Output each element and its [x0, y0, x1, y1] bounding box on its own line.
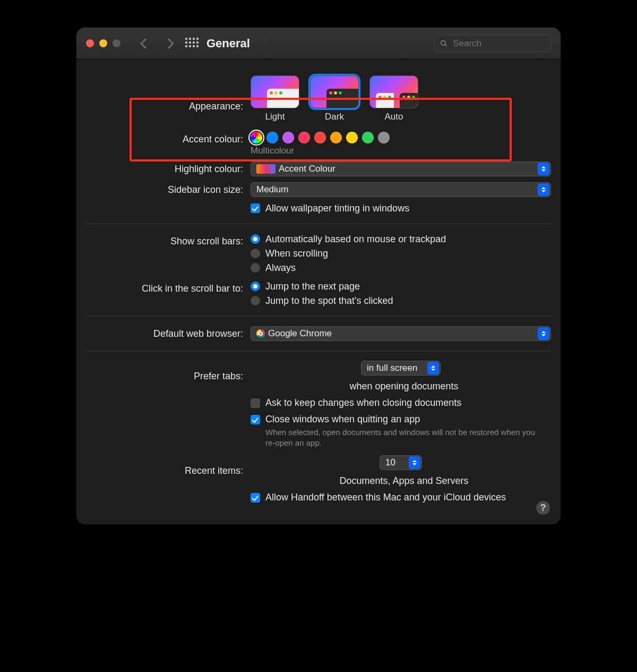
radio-icon: [251, 234, 260, 244]
handoff-checkbox[interactable]: Allow Handoff between this Mac and your …: [251, 492, 551, 503]
checkbox-icon: [251, 398, 260, 408]
checkbox-icon: [251, 493, 260, 503]
window-controls: [86, 39, 120, 47]
browser-label: Default web browser:: [86, 326, 251, 342]
svg-point-0: [441, 40, 445, 45]
scrollbars-option-always-label: Always: [265, 262, 296, 274]
scroll-click-option-next-page[interactable]: Jump to the next page: [251, 281, 551, 292]
accent-sublabel: Multicolour: [251, 146, 551, 156]
scroll-click-label: Click in the scroll bar to:: [86, 281, 251, 296]
radio-icon: [251, 282, 260, 291]
window-title: General: [206, 37, 250, 50]
scrollbars-label: Show scroll bars:: [86, 234, 251, 249]
select-stepper-icon: [538, 327, 549, 340]
svg-line-1: [445, 44, 447, 46]
accent-swatch-green[interactable]: [362, 132, 374, 143]
scroll-click-option-clicked-spot[interactable]: Jump to the spot that's clicked: [251, 295, 551, 307]
titlebar: General: [76, 28, 561, 59]
sidebar-size-label: Sidebar icon size:: [86, 182, 251, 198]
accent-swatch-yellow[interactable]: [346, 132, 358, 143]
highlight-colour-select[interactable]: Accent Colour: [251, 161, 551, 176]
browser-value: Google Chrome: [268, 328, 332, 339]
radio-icon: [251, 296, 260, 305]
default-browser-select[interactable]: Google Chrome: [251, 326, 551, 341]
scrollbars-option-scrolling[interactable]: When scrolling: [251, 248, 551, 259]
appearance-label: Appearance:: [86, 75, 251, 114]
select-stepper-icon: [409, 456, 420, 469]
handoff-label: Allow Handoff between this Mac and your …: [265, 492, 506, 503]
scrollbars-option-always[interactable]: Always: [251, 262, 551, 274]
accent-swatch-purple[interactable]: [282, 132, 294, 143]
close-windows-hint: When selected, open documents and window…: [265, 427, 541, 448]
accent-swatch-blue[interactable]: [266, 132, 278, 143]
close-window-button[interactable]: [86, 39, 94, 47]
appearance-option-dark-label: Dark: [325, 112, 344, 122]
help-icon: ?: [540, 503, 546, 514]
radio-icon: [251, 249, 260, 258]
accent-swatch-red[interactable]: [314, 132, 326, 143]
minimize-window-button[interactable]: [99, 39, 107, 47]
zoom-window-button[interactable]: [113, 39, 120, 47]
accent-swatch-grey[interactable]: [378, 132, 390, 143]
back-button[interactable]: [140, 38, 151, 49]
scroll-click-clicked-spot-label: Jump to the spot that's clicked: [265, 295, 393, 307]
checkbox-icon: [251, 415, 260, 424]
tabs-label: Prefer tabs:: [86, 369, 251, 384]
appearance-option-light-label: Light: [265, 112, 285, 122]
recent-items-select[interactable]: 10: [380, 455, 422, 470]
tabs-value: in full screen: [367, 363, 417, 373]
accent-swatches: [251, 132, 551, 143]
wallpaper-tint-label: Allow wallpaper tinting in windows: [265, 203, 409, 214]
wallpaper-tint-checkbox[interactable]: Allow wallpaper tinting in windows: [251, 203, 551, 214]
content: Appearance: Light D: [76, 59, 561, 524]
appearance-thumb-light: [251, 75, 299, 108]
appearance-thumb-auto: [369, 75, 418, 108]
appearance-option-dark[interactable]: Dark: [310, 75, 359, 122]
appearance-option-auto-label: Auto: [385, 112, 403, 122]
close-windows-label: Close windows when quitting an app: [265, 414, 420, 425]
search-icon: [440, 39, 447, 48]
scrollbars-option-auto[interactable]: Automatically based on mouse or trackpad: [251, 234, 551, 245]
select-stepper-icon: [538, 183, 549, 196]
checkbox-icon: [251, 203, 260, 213]
accent-swatch-pink[interactable]: [298, 132, 310, 143]
select-stepper-icon: [538, 163, 549, 175]
accent-gradient-icon: [256, 164, 276, 174]
chrome-icon: [256, 329, 265, 338]
scroll-click-next-page-label: Jump to the next page: [265, 281, 360, 292]
appearance-option-light[interactable]: Light: [251, 75, 299, 122]
accent-label: Accent colour:: [86, 132, 251, 147]
prefer-tabs-select[interactable]: in full screen: [361, 361, 441, 376]
divider: [86, 351, 551, 351]
appearance-thumb-dark: [310, 75, 359, 108]
ask-keep-changes-label: Ask to keep changes when closing documen…: [265, 397, 461, 409]
appearance-option-auto[interactable]: Auto: [369, 75, 418, 122]
accent-swatch-orange[interactable]: [330, 132, 342, 143]
accent-swatch-multi[interactable]: [251, 132, 262, 143]
recent-suffix: Documents, Apps and Servers: [339, 475, 468, 487]
divider: [86, 316, 551, 317]
ask-keep-changes-checkbox[interactable]: Ask to keep changes when closing documen…: [251, 397, 551, 409]
nav-buttons: [142, 40, 173, 47]
divider: [86, 224, 551, 224]
sidebar-size-value: Medium: [256, 184, 288, 195]
appearance-options: Light Dark: [251, 75, 551, 122]
prefs-window: General Appearance:: [76, 28, 561, 524]
sidebar-size-select[interactable]: Medium: [251, 182, 551, 197]
show-all-prefs-button[interactable]: [185, 38, 197, 49]
recent-value: 10: [385, 457, 395, 468]
recent-label: Recent items:: [86, 463, 251, 479]
scrollbars-option-auto-label: Automatically based on mouse or trackpad: [265, 234, 446, 245]
help-button[interactable]: ?: [536, 501, 550, 515]
search-field[interactable]: [434, 35, 551, 52]
radio-icon: [251, 263, 260, 273]
scrollbars-option-scrolling-label: When scrolling: [265, 248, 328, 259]
forward-button[interactable]: [163, 38, 174, 49]
highlight-label: Highlight colour:: [86, 161, 251, 177]
search-input[interactable]: [452, 38, 545, 49]
tabs-suffix: when opening documents: [349, 381, 458, 392]
highlight-value: Accent Colour: [279, 164, 335, 174]
select-stepper-icon: [427, 362, 439, 375]
close-windows-checkbox[interactable]: Close windows when quitting an app: [251, 414, 551, 425]
